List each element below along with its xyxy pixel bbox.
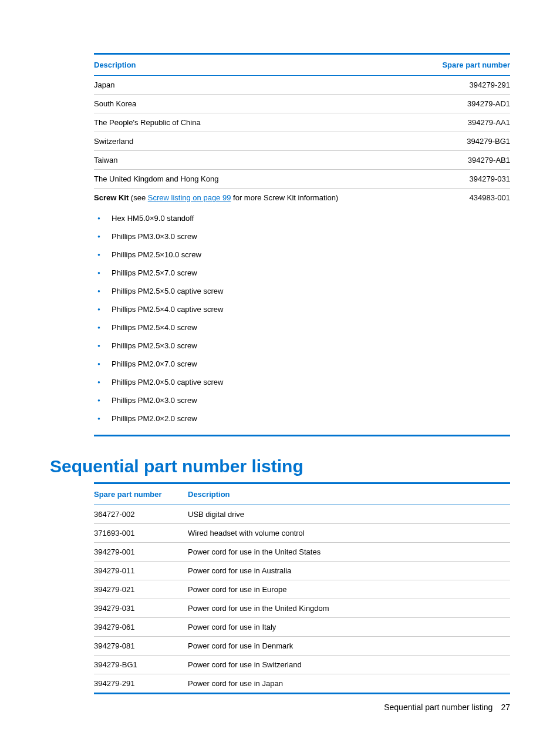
cell-desc: USB digital drive	[188, 505, 510, 524]
screw-kit-desc: Screw Kit (see Screw listing on page 99 …	[94, 189, 420, 207]
cell-desc: The People's Republic of China	[94, 113, 420, 132]
screw-kit-part: 434983-001	[420, 189, 510, 207]
table-row: Japan394279-291	[94, 76, 510, 95]
table1-header-part: Spare part number	[420, 54, 510, 76]
cell-desc: Power cord for use in Europe	[188, 580, 510, 599]
cell-part: 394279-291	[94, 674, 188, 694]
cell-part: 371693-001	[94, 524, 188, 543]
cell-desc: Japan	[94, 76, 420, 95]
table1-header-row: Description Spare part number	[94, 54, 510, 76]
cell-desc: Power cord for use in the United Kingdom	[188, 599, 510, 618]
table2-header-desc: Description	[188, 483, 510, 505]
table-row: 394279-021Power cord for use in Europe	[94, 580, 510, 599]
cell-desc: Power cord for use in the United States	[188, 543, 510, 562]
cell-desc: Power cord for use in Switzerland	[188, 656, 510, 674]
cell-desc: Power cord for use in Japan	[188, 674, 510, 694]
cell-part: 394279-021	[94, 580, 188, 599]
table-row: 394279-031Power cord for use in the Unit…	[94, 599, 510, 618]
cell-desc: Power cord for use in Denmark	[188, 637, 510, 656]
screw-kit-after: for more Screw Kit information)	[231, 193, 338, 202]
section-heading: Sequential part number listing	[50, 456, 510, 476]
screw-bullet-list: Hex HM5.0×9.0 standoff Phillips PM3.0×3.…	[94, 207, 510, 435]
table-row: Taiwan394279-AB1	[94, 151, 510, 170]
table1-header-desc: Description	[94, 54, 420, 76]
cell-part: 394279-BG1	[420, 132, 510, 151]
screw-kit-see: (see	[129, 193, 148, 202]
footer-text: Sequential part number listing	[384, 703, 492, 712]
cell-desc: Switzerland	[94, 132, 420, 151]
cell-part: 394279-011	[94, 562, 188, 580]
screw-kit-row: Screw Kit (see Screw listing on page 99 …	[94, 189, 510, 207]
table-row: 394279-081Power cord for use in Denmark	[94, 637, 510, 656]
cell-desc: Power cord for use in Australia	[188, 562, 510, 580]
list-item: Phillips PM2.0×5.0 captive screw	[112, 373, 510, 391]
table-row: 394279-011Power cord for use in Australi…	[94, 562, 510, 580]
table-row: 394279-061Power cord for use in Italy	[94, 618, 510, 637]
cell-part: 394279-081	[94, 637, 188, 656]
cell-part: 394279-AB1	[420, 151, 510, 170]
cell-part: 364727-002	[94, 505, 188, 524]
table-row: 394279-BG1Power cord for use in Switzerl…	[94, 656, 510, 674]
cell-desc: Wired headset with volume control	[188, 524, 510, 543]
list-item: Phillips PM2.5×10.0 screw	[112, 246, 510, 264]
screw-kit-link[interactable]: Screw listing on page 99	[148, 193, 231, 202]
parts-table-2: Spare part number Description 364727-002…	[94, 482, 510, 694]
list-item: Phillips PM3.0×3.0 screw	[112, 227, 510, 246]
footer-page-number: 27	[501, 703, 510, 712]
table-row: South Korea394279-AD1	[94, 95, 510, 113]
screw-bullets-row: Hex HM5.0×9.0 standoff Phillips PM3.0×3.…	[94, 207, 510, 436]
list-item: Phillips PM2.5×7.0 screw	[112, 264, 510, 282]
cell-part: 394279-031	[94, 599, 188, 618]
cell-part: 394279-031	[420, 170, 510, 189]
cell-part: 394279-AA1	[420, 113, 510, 132]
table-row: The United Kingdom and Hong Kong394279-0…	[94, 170, 510, 189]
list-item: Phillips PM2.0×2.0 screw	[112, 409, 510, 428]
cell-part: 394279-291	[420, 76, 510, 95]
table-row: Switzerland394279-BG1	[94, 132, 510, 151]
list-item: Phillips PM2.5×4.0 screw	[112, 318, 510, 337]
cell-desc: The United Kingdom and Hong Kong	[94, 170, 420, 189]
cell-part: 394279-AD1	[420, 95, 510, 113]
list-item: Phillips PM2.0×3.0 screw	[112, 391, 510, 409]
cell-part: 394279-061	[94, 618, 188, 637]
cell-desc: Taiwan	[94, 151, 420, 170]
list-item: Phillips PM2.5×3.0 screw	[112, 337, 510, 355]
cell-part: 394279-BG1	[94, 656, 188, 674]
screw-kit-label: Screw Kit	[94, 193, 129, 202]
list-item: Phillips PM2.5×4.0 captive screw	[112, 300, 510, 318]
cell-desc: South Korea	[94, 95, 420, 113]
table-row: The People's Republic of China394279-AA1	[94, 113, 510, 132]
cell-desc: Power cord for use in Italy	[188, 618, 510, 637]
table-row: 371693-001Wired headset with volume cont…	[94, 524, 510, 543]
table2-header-part: Spare part number	[94, 483, 188, 505]
table-row: 364727-002USB digital drive	[94, 505, 510, 524]
parts-table-1: Description Spare part number Japan39427…	[94, 53, 510, 436]
list-item: Phillips PM2.0×7.0 screw	[112, 355, 510, 373]
table-row: 394279-291Power cord for use in Japan	[94, 674, 510, 694]
table2-header-row: Spare part number Description	[94, 483, 510, 505]
list-item: Hex HM5.0×9.0 standoff	[112, 209, 510, 227]
cell-part: 394279-001	[94, 543, 188, 562]
list-item: Phillips PM2.5×5.0 captive screw	[112, 282, 510, 300]
page-footer: Sequential part number listing27	[384, 703, 510, 712]
table-row: 394279-001Power cord for use in the Unit…	[94, 543, 510, 562]
